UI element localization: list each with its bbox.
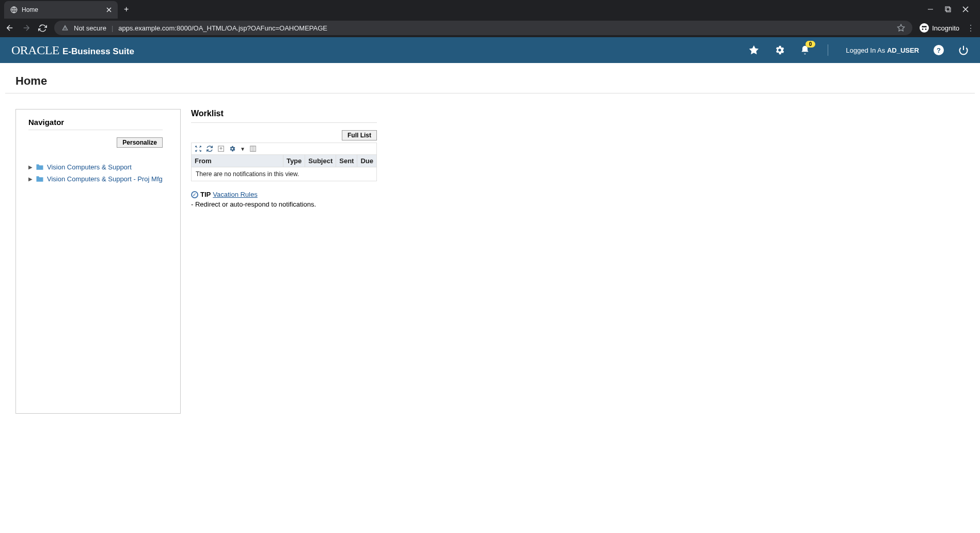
worklist-empty-message: There are no notifications in this view.	[192, 167, 376, 181]
column-due[interactable]: Due	[357, 155, 376, 167]
tip-check-icon: ✓	[191, 191, 198, 198]
address-bar: Not secure | apps.example.com:8000/OA_HT…	[0, 19, 980, 37]
svg-rect-2	[946, 8, 951, 12]
navigator-panel: Navigator Personalize ▶ Vision Computers…	[15, 109, 181, 414]
notification-badge: 0	[805, 41, 816, 48]
notifications-bell-icon[interactable]: 0	[800, 45, 810, 55]
column-sent[interactable]: Sent	[336, 155, 357, 167]
worklist-title: Worklist	[191, 109, 377, 123]
incognito-icon	[920, 23, 929, 33]
column-subject[interactable]: Subject	[305, 155, 336, 167]
settings-gear-icon[interactable]	[774, 44, 785, 56]
banner-icons: 0 Logged In As AD_USER ?	[748, 44, 969, 56]
svg-marker-4	[749, 45, 758, 54]
logged-in-prefix: Logged In As	[846, 46, 887, 54]
columns-icon[interactable]	[249, 145, 257, 152]
browser-menu-icon[interactable]: ⋮	[967, 23, 975, 33]
expand-icon[interactable]: ▶	[28, 164, 33, 170]
expand-icon[interactable]: ▶	[28, 176, 33, 182]
maximize-icon[interactable]	[945, 6, 951, 12]
refresh-icon[interactable]	[206, 145, 213, 152]
app-banner: ORACLE E-Business Suite 0 Logged In As A…	[0, 37, 980, 63]
tip-label: TIP	[200, 191, 211, 198]
worklist-table: ▼ From Type Subject Sent Due There are n…	[191, 143, 377, 181]
incognito-label: Incognito	[932, 24, 959, 32]
globe-icon	[10, 6, 18, 13]
brand-sub: E-Business Suite	[62, 46, 134, 57]
close-icon[interactable]	[962, 6, 969, 12]
browser-tab[interactable]: Home	[4, 1, 118, 19]
minimize-icon[interactable]	[927, 6, 934, 12]
folder-icon	[36, 176, 44, 182]
logged-in-label: Logged In As AD_USER	[846, 46, 919, 54]
brand-main: ORACLE	[11, 43, 59, 57]
vacation-rules-link[interactable]: Vacation Rules	[213, 191, 257, 198]
tip-row: ✓ TIP Vacation Rules - Redirect or auto-…	[191, 191, 377, 208]
page-title: Home	[5, 63, 975, 93]
url-input[interactable]: Not secure | apps.example.com:8000/OA_HT…	[54, 21, 912, 35]
tab-bar: Home +	[0, 0, 980, 19]
tab-title: Home	[22, 6, 102, 13]
back-button[interactable]	[5, 23, 14, 33]
tip-text: - Redirect or auto-respond to notificati…	[191, 200, 316, 208]
folder-icon	[36, 164, 44, 170]
tree-item: ▶ Vision Computers & Support	[28, 163, 168, 171]
not-secure-label: Not secure	[74, 24, 106, 32]
not-secure-icon	[61, 24, 69, 32]
navigator-tree: ▶ Vision Computers & Support ▶ Vision Co…	[28, 163, 168, 183]
tab-close-icon[interactable]	[106, 7, 112, 12]
worklist-panel: Worklist Full List	[191, 109, 377, 208]
dropdown-caret-icon[interactable]: ▼	[240, 146, 245, 152]
url-divider: |	[112, 24, 113, 32]
brand-logo: ORACLE E-Business Suite	[11, 43, 134, 57]
content-area: Navigator Personalize ▶ Vision Computers…	[5, 93, 975, 429]
url-text: apps.example.com:8000/OA_HTML/OA.jsp?OAF…	[118, 24, 327, 32]
column-type[interactable]: Type	[283, 155, 305, 167]
svg-rect-6	[250, 146, 256, 152]
column-from[interactable]: From	[192, 155, 283, 167]
svg-rect-1	[945, 7, 950, 11]
detach-icon[interactable]	[195, 145, 202, 152]
forward-button[interactable]	[22, 23, 31, 33]
tree-link[interactable]: Vision Computers & Support	[47, 163, 132, 171]
tree-item: ▶ Vision Computers & Support - Proj Mfg	[28, 175, 168, 183]
logged-in-user: AD_USER	[887, 46, 919, 54]
worklist-toolbar: ▼	[192, 143, 376, 154]
page-wrap: Home Navigator Personalize ▶ Vision Comp…	[5, 63, 975, 429]
full-list-button[interactable]: Full List	[342, 130, 377, 140]
new-tab-button[interactable]: +	[124, 5, 129, 14]
reload-button[interactable]	[38, 24, 47, 33]
browser-chrome: Home +	[0, 0, 980, 37]
incognito-badge[interactable]: Incognito	[920, 23, 959, 33]
table-settings-gear-icon[interactable]	[229, 145, 236, 152]
window-controls	[927, 6, 976, 12]
tree-link[interactable]: Vision Computers & Support - Proj Mfg	[47, 175, 163, 183]
banner-divider	[828, 44, 828, 56]
bookmark-star-icon[interactable]	[897, 24, 905, 32]
worklist-table-header: From Type Subject Sent Due	[192, 154, 376, 167]
logout-power-icon[interactable]	[958, 45, 969, 55]
help-icon[interactable]: ?	[934, 45, 944, 55]
export-icon[interactable]	[217, 145, 225, 152]
svg-marker-3	[898, 24, 905, 31]
navigator-title: Navigator	[28, 118, 163, 130]
favorites-icon[interactable]	[748, 44, 760, 56]
personalize-button[interactable]: Personalize	[117, 137, 163, 148]
